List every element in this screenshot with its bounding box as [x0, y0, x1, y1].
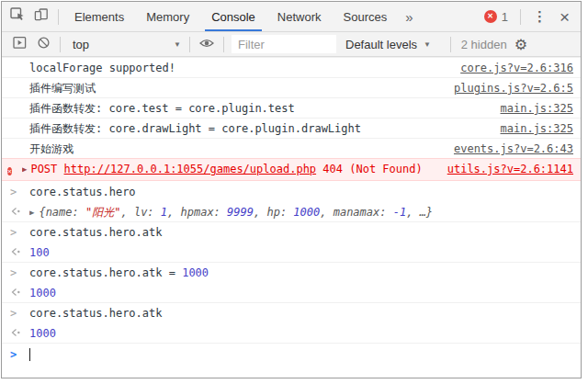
toolbar-separator — [60, 37, 61, 52]
request-url-link[interactable]: http://127.0.0.1:1055/games/upload.php — [64, 163, 317, 175]
clear-console-icon — [37, 36, 51, 53]
console-input-echo: >core.status.hero.atk — [2, 302, 581, 322]
input-chevron-icon: > — [10, 266, 17, 279]
console-messages: localForage supported!core.js?v=2.6:316插… — [2, 57, 581, 343]
show-console-sidebar-button[interactable] — [7, 32, 31, 56]
tab-console[interactable]: Console — [200, 2, 266, 31]
console-message-text: 100 — [29, 245, 581, 260]
console-row-gutter: > — [2, 306, 29, 321]
tabbar-separator — [58, 9, 59, 25]
text-segment: 插件编写测试 — [29, 82, 96, 95]
source-location-link[interactable]: core.js?v=2.6:316 — [449, 61, 581, 75]
console-row-gutter — [2, 326, 29, 341]
console-error-message: ✕▶POST http://127.0.0.1:1055/games/uploa… — [2, 158, 581, 181]
tab-network[interactable]: Network — [266, 2, 333, 31]
clear-console-button[interactable] — [31, 32, 55, 56]
devtools-menu-icon[interactable]: ⋮ — [526, 8, 554, 25]
error-badge-icon[interactable]: ✕ — [484, 10, 497, 23]
text-segment: {name: — [39, 206, 85, 219]
tabbar-separator — [520, 9, 521, 25]
text-segment: , hp: — [254, 206, 293, 219]
expand-triangle-icon[interactable]: ▶ — [22, 162, 27, 175]
console-prompt[interactable]: > — [2, 343, 581, 365]
input-chevron-icon: > — [10, 186, 17, 198]
execution-context-value: top — [73, 38, 89, 51]
text-segment: core.status.hero — [29, 186, 136, 198]
console-message-text: core.status.hero.atk = 1000 — [29, 265, 581, 280]
console-message-text: core.status.hero.atk — [29, 225, 581, 240]
console-log-message: localForage supported!core.js?v=2.6:316 — [2, 57, 581, 77]
error-count: 1 — [502, 10, 508, 24]
filter-input[interactable] — [232, 35, 336, 53]
execution-context-selector[interactable]: top ▼ — [65, 38, 185, 51]
console-toolbar: top ▼ Default levels ▼ 2 hidden ⚙ — [2, 32, 581, 57]
prompt-chevron-icon: > — [2, 347, 29, 362]
input-chevron-icon: > — [10, 307, 17, 320]
text-segment: 100 — [29, 246, 50, 259]
toolbar-separator — [223, 37, 224, 52]
console-log-message: 插件函数转发: core.test = core.plugin.testmain… — [2, 97, 581, 118]
text-cursor-caret — [29, 348, 30, 361]
text-segment: -1 — [393, 206, 406, 219]
expand-triangle-icon[interactable]: ▶ — [29, 205, 34, 219]
log-levels-dropdown[interactable]: Default levels ▼ — [345, 38, 431, 51]
console-eval-result: 100 — [2, 242, 581, 262]
text-segment: , hpmax: — [167, 206, 227, 219]
text-segment: localForage supported! — [29, 62, 175, 74]
console-messages-area[interactable]: localForage supported!core.js?v=2.6:316插… — [2, 57, 581, 378]
text-segment: 开始游戏 — [29, 142, 74, 155]
console-log-message: 开始游戏events.js?v=2.6:43 — [2, 138, 581, 158]
create-live-expression-button[interactable] — [195, 32, 219, 56]
close-icon[interactable]: × — [554, 8, 575, 26]
console-settings-gear-icon[interactable]: ⚙ — [514, 36, 527, 53]
text-segment: 404 (Not Found) — [316, 163, 423, 175]
tab-sources[interactable]: Sources — [333, 2, 399, 31]
text-segment: 1000 — [29, 287, 56, 299]
text-segment: "阳光" — [85, 206, 120, 219]
chevron-down-icon: ▼ — [174, 40, 181, 49]
tab-elements[interactable]: Elements — [63, 2, 135, 31]
text-segment: core.status.hero.atk = — [29, 266, 182, 279]
console-eval-result: ▶{name: "阳光", lv: 1, hpmax: 9999, hp: 10… — [2, 201, 581, 221]
console-message-text: 插件函数转发: core.test = core.plugin.test — [29, 101, 490, 116]
console-row-gutter — [2, 205, 29, 220]
console-row-gutter — [2, 286, 29, 300]
text-segment: , …} — [406, 206, 433, 219]
console-input-echo: >core.status.hero.atk — [2, 221, 581, 242]
console-row-gutter — [2, 245, 29, 260]
devtools-window: Elements Memory Console Network Sources … — [1, 1, 582, 378]
devtools-tabbar: Elements Memory Console Network Sources … — [2, 2, 581, 32]
hidden-messages-count: 2 hidden — [461, 38, 507, 51]
source-location-link[interactable]: utils.js?v=2.6:1141 — [436, 162, 581, 176]
source-location-link[interactable]: plugins.js?v=2.6:5 — [443, 81, 581, 96]
console-row-gutter: > — [2, 225, 29, 240]
console-message-text: ▶POST http://127.0.0.1:1055/games/upload… — [22, 162, 436, 176]
console-message-text: 1000 — [29, 286, 581, 300]
eye-icon — [199, 36, 214, 52]
console-row-gutter: > — [2, 265, 29, 280]
toolbar-separator — [450, 37, 451, 52]
toggle-device-toolbar-button[interactable] — [29, 5, 53, 28]
text-segment: 插件函数转发: core.drawLight = core.plugin.dra… — [29, 122, 361, 135]
console-log-message: 插件函数转发: core.drawLight = core.plugin.dra… — [2, 118, 581, 138]
device-toolbar-icon — [34, 7, 49, 26]
inspect-cursor-icon — [10, 7, 25, 26]
console-input-echo: >core.status.hero.atk = 1000 — [2, 262, 581, 282]
source-location-link[interactable]: main.js:325 — [490, 101, 581, 116]
text-segment: POST — [30, 163, 63, 175]
console-eval-result: 1000 — [2, 282, 581, 302]
console-message-text: 开始游戏 — [29, 141, 443, 156]
tab-memory[interactable]: Memory — [135, 2, 200, 31]
console-message-text: 1000 — [29, 326, 581, 341]
console-eval-result: 1000 — [2, 322, 581, 343]
hidden-messages-group: 2 hidden ⚙ — [446, 36, 575, 53]
input-chevron-icon: > — [10, 226, 17, 239]
tabbar-right-controls: ✕ 1 ⋮ × — [484, 8, 575, 26]
more-tabs-icon[interactable]: » — [398, 9, 420, 25]
console-message-text: 插件编写测试 — [29, 81, 443, 96]
text-segment: 1000 — [29, 327, 56, 340]
source-location-link[interactable]: events.js?v=2.6:43 — [443, 141, 581, 156]
console-row-gutter: > — [2, 185, 29, 199]
inspect-element-button[interactable] — [6, 5, 29, 28]
source-location-link[interactable]: main.js:325 — [490, 121, 581, 136]
